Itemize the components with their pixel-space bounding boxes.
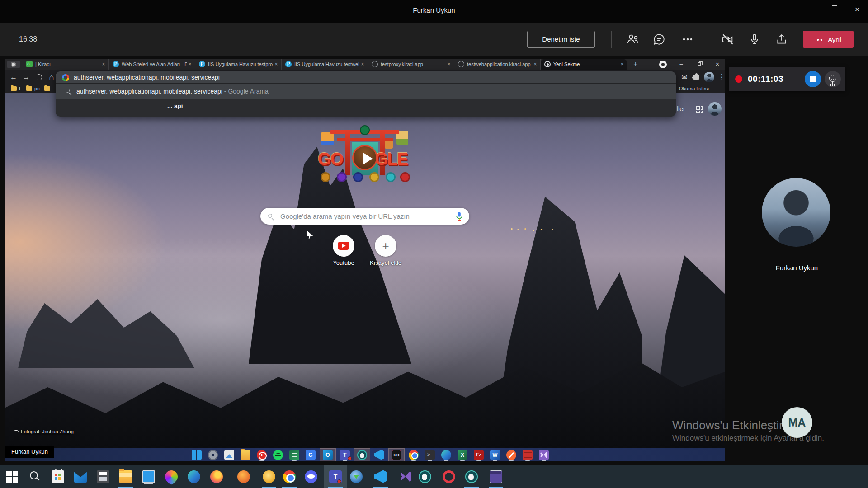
forward-button[interactable] — [21, 72, 32, 83]
pinned-tab-icon[interactable] — [7, 61, 20, 68]
remote-start-button[interactable] — [189, 448, 205, 461]
chrome-close-button[interactable] — [711, 59, 724, 69]
tab-iis-testproxy[interactable]: P IIS Uygulama Havuzu testproxy — [195, 59, 282, 70]
close-button[interactable] — [849, 3, 865, 16]
remote-translate-button[interactable]: G — [302, 448, 319, 461]
taskbar-chrome-button[interactable] — [278, 465, 301, 488]
participants-button[interactable] — [626, 32, 640, 47]
tab-close-icon[interactable] — [100, 61, 107, 67]
new-tab-button[interactable]: + — [630, 59, 641, 69]
taskbar-dbeaver-button[interactable] — [414, 465, 436, 488]
remote-postman-button[interactable] — [503, 448, 519, 461]
taskbar-dbeaver2-button[interactable] — [460, 465, 483, 488]
header-link-partial[interactable]: ller — [677, 105, 685, 113]
remote-photos-button[interactable] — [221, 448, 237, 461]
tab-testwebapplication[interactable]: testwebapplication.kiraci.app — [454, 59, 541, 70]
doodle-play-button[interactable] — [352, 145, 377, 170]
browser-menu-icon[interactable] — [716, 72, 725, 83]
photo-credit[interactable]: Fotoğraf: Joshua Zhang — [14, 429, 74, 434]
remote-teams-button[interactable]: T — [337, 448, 353, 461]
stop-recording-button[interactable] — [805, 71, 821, 87]
tab-kiraci[interactable]: | Kiracı — [23, 59, 109, 70]
back-button[interactable] — [8, 72, 19, 83]
remote-youtube-music-button[interactable] — [254, 448, 270, 461]
taskbar-vscode-button[interactable] — [369, 465, 392, 488]
taskbar-file-explorer-button[interactable] — [114, 465, 137, 488]
tab-iis-testweb[interactable]: P IIS Uygulama Havuzu testweba — [282, 59, 368, 70]
taskbar-app-unknown-2[interactable] — [258, 465, 280, 488]
taskbar-search-button[interactable] — [24, 465, 46, 488]
remote-chrome-button[interactable] — [406, 448, 422, 461]
taskbar-idm-button[interactable] — [345, 465, 368, 488]
taskbar-opera-button[interactable] — [438, 465, 460, 488]
reading-list-label[interactable]: Okuma listesi — [679, 85, 709, 93]
tab-close-icon[interactable] — [359, 61, 366, 67]
taskbar-edge-button[interactable] — [183, 465, 205, 488]
reload-button[interactable] — [33, 72, 44, 83]
taskbar-monitor-button[interactable] — [137, 465, 160, 488]
google-doodle[interactable]: GO GLE — [317, 127, 413, 188]
mail-extension-icon[interactable] — [679, 72, 690, 83]
remote-rider-button[interactable]: RD — [388, 448, 405, 461]
recording-indicator-icon[interactable] — [659, 61, 667, 68]
camera-off-button[interactable] — [721, 32, 735, 47]
chrome-minimize-button[interactable] — [675, 59, 688, 69]
more-actions-button[interactable] — [680, 32, 695, 47]
share-button[interactable] — [774, 32, 789, 47]
chat-button[interactable] — [652, 32, 666, 47]
bookmark-folder-icon[interactable] — [11, 86, 17, 91]
remote-file-explorer-button[interactable] — [237, 448, 254, 461]
taskbar-terminal-button[interactable] — [485, 465, 507, 488]
taskbar-teams-button[interactable]: T — [324, 465, 347, 488]
google-account-avatar[interactable] — [708, 102, 722, 116]
bookmark-folder-icon[interactable] — [44, 86, 50, 91]
tab-close-icon[interactable] — [273, 61, 279, 67]
remote-outlook-button[interactable]: O — [320, 448, 336, 461]
google-search-box[interactable]: Google'da arama yapın veya bir URL yazın — [260, 208, 469, 225]
chrome-restore-button[interactable] — [693, 59, 706, 69]
address-bar[interactable]: authserver, webapplicationapi, mobileapi… — [56, 71, 676, 84]
taskbar-paint3d-button[interactable] — [160, 465, 183, 488]
remote-settings-button[interactable] — [205, 448, 221, 461]
tab-web-siteleri[interactable]: P Web Siteleri ve Alan Adları - Do — [109, 59, 195, 70]
voice-search-icon[interactable] — [456, 212, 463, 221]
bookmark-folder-label[interactable]: I — [19, 85, 20, 93]
restore-button[interactable] — [826, 3, 841, 16]
tab-close-icon[interactable] — [532, 61, 538, 67]
remote-visual-studio-button[interactable] — [536, 448, 552, 461]
remote-redis-button[interactable] — [519, 448, 536, 461]
capture-mic-button[interactable] — [825, 71, 841, 87]
suggestion-row[interactable]: ... api — [56, 99, 676, 114]
leave-button[interactable]: Ayrıl — [803, 31, 854, 48]
extensions-puzzle-icon[interactable] — [693, 75, 699, 80]
taskbar-store-button[interactable] — [47, 465, 69, 488]
taskbar-calculator-button[interactable] — [92, 465, 114, 488]
remote-filezilla-button[interactable]: Fz — [471, 448, 487, 461]
taskbar-discord-button[interactable] — [300, 465, 322, 488]
google-apps-grid-icon[interactable] — [695, 105, 703, 113]
remote-edge-button[interactable] — [438, 448, 454, 461]
bookmark-folder-icon[interactable] — [26, 86, 32, 91]
tab-close-icon[interactable] — [619, 61, 625, 67]
remote-excel-button[interactable]: X — [454, 448, 471, 461]
remote-word-button[interactable]: W — [487, 448, 503, 461]
taskbar-firefox-button[interactable] — [205, 465, 228, 488]
start-button[interactable] — [1, 465, 24, 488]
remote-dbeaver-button[interactable] — [354, 448, 370, 461]
tab-new-tab[interactable]: Yeni Sekme — [541, 59, 627, 70]
bookmark-folder-label[interactable]: pc — [34, 85, 40, 93]
request-control-button[interactable]: Denetim iste — [527, 31, 595, 48]
remote-spotify-button[interactable] — [270, 448, 286, 461]
remote-planner-button[interactable] — [286, 448, 302, 461]
suggestion-row-selected[interactable]: authserver, webapplicationapi, mobileapi… — [56, 84, 676, 99]
remote-terminal-button[interactable] — [422, 448, 438, 461]
taskbar-app-unknown-1[interactable] — [232, 465, 255, 488]
mic-button[interactable] — [747, 32, 762, 47]
remote-vscode-button[interactable] — [371, 448, 387, 461]
browser-profile-avatar[interactable] — [704, 72, 714, 82]
shortcut-add[interactable] — [375, 235, 396, 257]
address-bar-value[interactable]: authserver, webapplicationapi, mobileapi… — [74, 71, 220, 84]
shortcut-youtube[interactable] — [333, 235, 354, 257]
taskbar-mail-button[interactable] — [69, 465, 92, 488]
minimize-button[interactable] — [803, 3, 818, 16]
